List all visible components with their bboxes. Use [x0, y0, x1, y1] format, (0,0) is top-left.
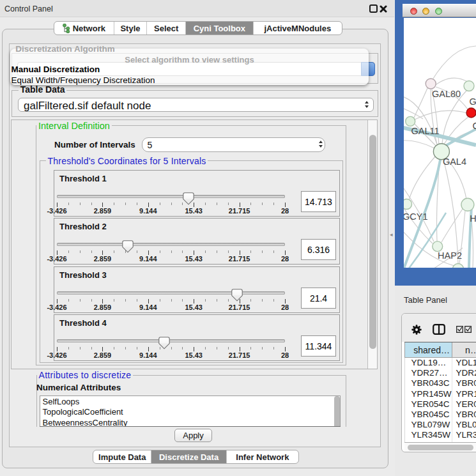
- svg-text:H: H: [470, 213, 476, 224]
- svg-text:GA: GA: [470, 96, 476, 107]
- svg-text:GAL11: GAL11: [411, 126, 440, 136]
- svg-text:GAL4: GAL4: [443, 157, 466, 167]
- svg-text:GAL80: GAL80: [432, 89, 461, 99]
- svg-text:GCY1: GCY1: [404, 211, 428, 222]
- svg-text:HAP2: HAP2: [438, 250, 462, 261]
- svg-text:C: C: [473, 121, 476, 131]
